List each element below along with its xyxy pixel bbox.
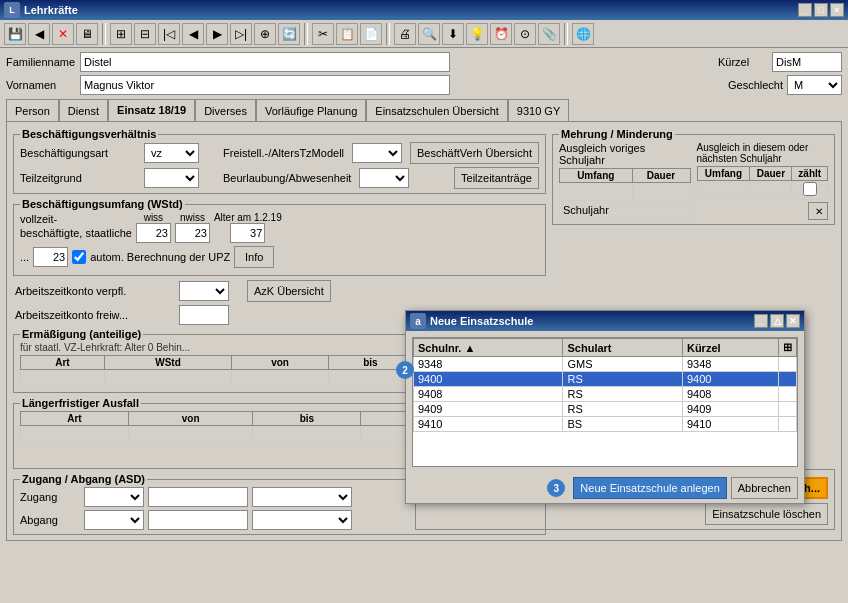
kuerzel-input[interactable] (772, 52, 842, 72)
neue-einsatzschule-anlegen-btn[interactable]: Neue Einsatzschule anlegen (573, 477, 726, 499)
zugang-select[interactable] (84, 487, 144, 507)
azk-uebersicht-btn[interactable]: AzK Übersicht (247, 280, 331, 302)
search-btn[interactable]: 🔍 (418, 23, 440, 45)
dialog-table: Schulnr. ▲ Schulart Kürzel ⊞ 9348 GMS 93… (413, 338, 797, 432)
table-row[interactable]: 9410 BS 9410 (414, 417, 797, 432)
ausgleich-naechstes-table: Umfang Dauer zählt (697, 166, 829, 200)
teilzeitgrund-label: Teilzeitgrund (20, 172, 140, 184)
attach-btn[interactable]: 📎 (538, 23, 560, 45)
azk-verpfl-select[interactable] (179, 281, 229, 301)
ausgleich-naechstes-label: Ausgleich in diesem oder nächsten Schulj… (697, 142, 829, 164)
beschaeftigungsart-select[interactable]: vz (144, 143, 199, 163)
screen-btn[interactable]: 🖥 (76, 23, 98, 45)
sep3 (386, 23, 390, 45)
remove-btn[interactable]: ⊟ (134, 23, 156, 45)
zugang-select2[interactable] (252, 487, 352, 507)
app-icon: L (4, 2, 20, 18)
table-row[interactable]: 9400 RS 9400 (414, 372, 797, 387)
mm-row2: Schuljahr (559, 201, 690, 219)
wiss-input[interactable] (136, 223, 171, 243)
clock-btn[interactable]: ⏰ (490, 23, 512, 45)
first-btn[interactable]: |◁ (158, 23, 180, 45)
alter-label: Alter am 1.2.19 (214, 212, 282, 223)
nwiss-input[interactable] (175, 223, 210, 243)
teilzeitgrund-select[interactable] (144, 168, 199, 188)
down-btn[interactable]: ⬇ (442, 23, 464, 45)
familienname-input[interactable] (80, 52, 450, 72)
freistell-label: Freistell.-/AltersTzModell (223, 147, 344, 159)
sep1 (102, 23, 106, 45)
prev-btn[interactable]: ◀ (182, 23, 204, 45)
zugang-input[interactable] (148, 487, 248, 507)
tab-einsatzschulen[interactable]: Einsatzschulen Übersicht (366, 99, 508, 121)
ausgleich-naechstes: Ausgleich in diesem oder nächsten Schulj… (697, 142, 829, 220)
mm2-row (697, 181, 828, 200)
dialog-content: 2 Schulnr. ▲ Schulart Kürzel ⊞ (406, 331, 804, 473)
bulb-btn[interactable]: 💡 (466, 23, 488, 45)
upz-input[interactable] (33, 247, 68, 267)
teilzeitantraege-btn[interactable]: Teilzeitanträge (454, 167, 539, 189)
back-btn[interactable]: ◀ (28, 23, 50, 45)
azk-freiw-input[interactable] (179, 305, 229, 325)
refresh-btn[interactable]: 🔄 (278, 23, 300, 45)
cut-btn[interactable]: ✂ (312, 23, 334, 45)
close-button[interactable]: × (830, 3, 844, 17)
dialog-table-container[interactable]: Schulnr. ▲ Schulart Kürzel ⊞ 9348 GMS 93… (412, 337, 798, 467)
mm-delete-btn[interactable]: ✕ (808, 202, 828, 220)
freistell-select[interactable] (352, 143, 402, 163)
tab-diverses[interactable]: Diverses (195, 99, 256, 121)
azk-verpfl-label: Arbeitszeitkonto verpfl. (15, 285, 175, 297)
tab-einsatz[interactable]: Einsatz 18/19 (108, 99, 195, 121)
ausgleich-voriges-table: Umfang Dauer (559, 168, 691, 219)
table-row[interactable]: 9409 RS 9409 (414, 402, 797, 417)
arbeitszeitkonto-row1: Arbeitszeitkonto verpfl. AzK Übersicht (15, 280, 546, 302)
beurlaubung-label: Beurlaubung/Abwesenheit (223, 172, 351, 184)
next-btn[interactable]: ▶ (206, 23, 228, 45)
paste-btn[interactable]: 📄 (360, 23, 382, 45)
abgang-select[interactable] (84, 510, 144, 530)
last-btn[interactable]: ▷| (230, 23, 252, 45)
tab-person[interactable]: Person (6, 99, 59, 121)
vornamen-input[interactable] (80, 75, 450, 95)
add-btn[interactable]: ⊕ (254, 23, 276, 45)
dialog-maximize-btn[interactable]: △ (770, 314, 784, 328)
autom-checkbox[interactable] (72, 250, 86, 264)
table-row[interactable]: 9348 GMS 9348 (414, 357, 797, 372)
minimize-button[interactable]: _ (798, 3, 812, 17)
tab-vorlaeufige[interactable]: Vorläufige Planung (256, 99, 366, 121)
circle-btn[interactable]: ⊙ (514, 23, 536, 45)
maximize-button[interactable]: □ (814, 3, 828, 17)
web-btn[interactable]: 🌐 (572, 23, 594, 45)
col-kuerzel[interactable]: Kürzel (682, 339, 778, 357)
col-schulnr[interactable]: Schulnr. ▲ (414, 339, 563, 357)
table-row[interactable]: 9408 RS 9408 (414, 387, 797, 402)
dialog-title: Neue Einsatzschule (430, 315, 752, 327)
save-btn[interactable]: 💾 (4, 23, 26, 45)
einsatzschule-loeschen-btn[interactable]: Einsatzschule löschen (705, 503, 828, 525)
copy-btn[interactable]: 📋 (336, 23, 358, 45)
delete-btn[interactable]: ✕ (52, 23, 74, 45)
beurlaubung-select[interactable] (359, 168, 409, 188)
wiss-label: wiss (144, 212, 163, 223)
ausfall-col-bis: bis (253, 412, 361, 426)
alter-input[interactable] (230, 223, 265, 243)
info-btn[interactable]: Info (234, 246, 274, 268)
beschaeftverh-uebersicht-btn[interactable]: BeschäftVerh Übersicht (410, 142, 539, 164)
dialog-minimize-btn[interactable]: _ (754, 314, 768, 328)
zaehlt-checkbox[interactable] (803, 182, 817, 196)
dialog-table-body: 9348 GMS 9348 9400 RS 9400 9408 (414, 357, 797, 432)
geschlecht-select[interactable]: M W (787, 75, 842, 95)
tab-dienst[interactable]: Dienst (59, 99, 108, 121)
abgang-input[interactable] (148, 510, 248, 530)
badge-3: 3 (547, 479, 565, 497)
dialog-table-header: Schulnr. ▲ Schulart Kürzel ⊞ (414, 339, 797, 357)
tab-9310gy[interactable]: 9310 GY (508, 99, 569, 121)
abgang-select2[interactable] (252, 510, 352, 530)
col-schulart[interactable]: Schulart (563, 339, 682, 357)
new-btn[interactable]: ⊞ (110, 23, 132, 45)
col-options[interactable]: ⊞ (779, 339, 797, 357)
tabs: Person Dienst Einsatz 18/19 Diverses Vor… (6, 99, 842, 121)
print-btn[interactable]: 🖨 (394, 23, 416, 45)
dialog-abbrechen-btn[interactable]: Abbrechen (731, 477, 798, 499)
dialog-close-btn[interactable]: ✕ (786, 314, 800, 328)
